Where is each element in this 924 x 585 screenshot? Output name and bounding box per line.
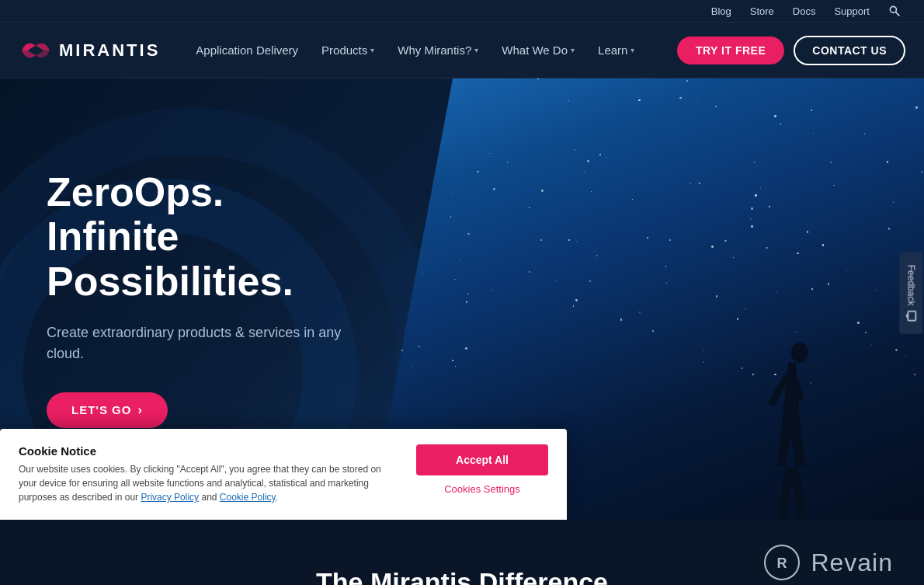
cookie-policy-link[interactable]: Cookie Policy	[220, 492, 276, 503]
cookie-text-wrap: Cookie Notice Our website uses cookies. …	[19, 444, 401, 504]
privacy-policy-link[interactable]: Privacy Policy	[141, 492, 199, 503]
hero-section: ZeroOps. Infinite Possibilities. Create …	[0, 78, 924, 520]
products-chevron-icon: ▾	[370, 46, 374, 54]
cookie-title: Cookie Notice	[19, 444, 401, 458]
svg-line-1	[896, 12, 900, 16]
feedback-icon	[906, 310, 917, 321]
svg-point-0	[890, 6, 896, 12]
cookies-settings-link[interactable]: Cookies Settings	[444, 483, 520, 495]
revain-icon: R	[762, 543, 801, 582]
cookie-body: Our website uses cookies. By clicking "A…	[19, 462, 401, 504]
hero-subtitle: Create extraordinary products & services…	[47, 322, 357, 364]
person-silhouette	[753, 341, 831, 520]
revain-logo: R Revain	[762, 543, 893, 582]
support-link[interactable]: Support	[834, 5, 870, 17]
svg-point-2	[791, 343, 808, 363]
why-mirantis-chevron-icon: ▾	[474, 46, 478, 54]
nav-actions: TRY IT FREE CONTACT US	[677, 36, 905, 65]
main-nav: MIRANTIS Application Delivery Products ▾…	[0, 23, 924, 78]
revain-text: Revain	[811, 548, 893, 577]
bottom-section: R Revain The Mirantis Difference	[0, 520, 924, 585]
search-button[interactable]	[888, 5, 901, 17]
nav-what-we-do[interactable]: What We Do ▾	[491, 37, 585, 63]
blog-link[interactable]: Blog	[711, 5, 731, 17]
contact-us-button[interactable]: CONTACT US	[794, 36, 905, 65]
feedback-label: Feedback	[906, 264, 917, 305]
store-link[interactable]: Store	[750, 5, 774, 17]
svg-rect-5	[908, 311, 916, 320]
utility-bar: Blog Store Docs Support	[0, 0, 924, 23]
lets-go-button[interactable]: LET'S GO ›	[47, 392, 168, 428]
feedback-tab[interactable]: Feedback	[900, 252, 923, 333]
hero-content: ZeroOps. Infinite Possibilities. Create …	[0, 170, 404, 428]
logo-text: MIRANTIS	[59, 40, 160, 61]
nav-why-mirantis[interactable]: Why Mirantis? ▾	[387, 37, 489, 63]
nav-application-delivery[interactable]: Application Delivery	[185, 37, 309, 63]
nav-products[interactable]: Products ▾	[311, 37, 385, 63]
cookie-actions: Accept All Cookies Settings	[416, 444, 548, 495]
accept-all-button[interactable]: Accept All	[416, 444, 548, 475]
logo[interactable]: MIRANTIS	[19, 40, 160, 61]
logo-icon	[19, 40, 53, 61]
nav-learn[interactable]: Learn ▾	[587, 37, 645, 63]
try-free-button[interactable]: TRY IT FREE	[677, 37, 784, 64]
bottom-heading: The Mirantis Difference	[316, 567, 608, 585]
learn-chevron-icon: ▾	[630, 46, 634, 54]
nav-links: Application Delivery Products ▾ Why Mira…	[185, 37, 677, 63]
hero-title: ZeroOps. Infinite Possibilities.	[47, 170, 357, 304]
svg-text:R: R	[777, 555, 787, 571]
arrow-icon: ›	[137, 403, 142, 417]
search-icon	[888, 5, 901, 17]
cookie-notice: Cookie Notice Our website uses cookies. …	[0, 429, 567, 520]
docs-link[interactable]: Docs	[793, 5, 816, 17]
what-we-do-chevron-icon: ▾	[571, 46, 575, 54]
